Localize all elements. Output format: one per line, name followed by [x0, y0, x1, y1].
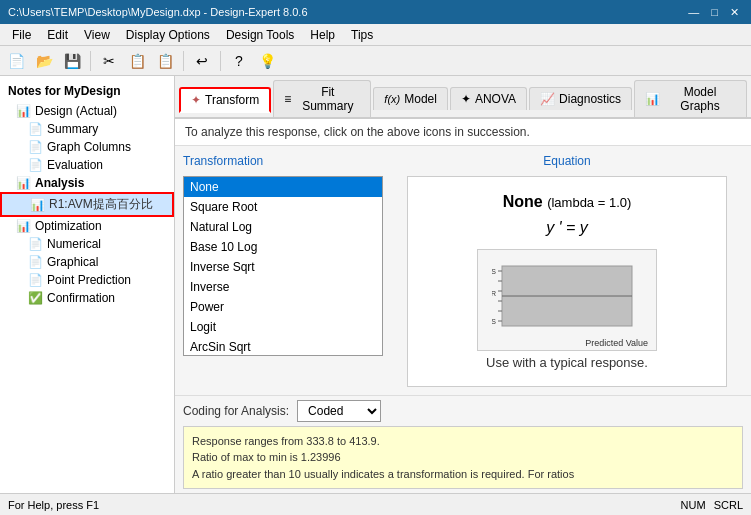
list-item-square-root[interactable]: Square Root	[184, 197, 382, 217]
panels: Transformation None Square Root Natural …	[175, 146, 751, 395]
transform-tab-label: Transform	[205, 93, 259, 107]
info-bar: To analyze this response, click on the a…	[175, 119, 751, 146]
help-button[interactable]: ?	[227, 49, 251, 73]
design-icon: 📊	[16, 104, 31, 118]
diagnostics-icon: 📈	[540, 92, 555, 106]
summary-top-icon: 📄	[28, 122, 43, 136]
evaluation-icon: 📄	[28, 158, 43, 172]
info-line1: Response ranges from 333.8 to 413.9.	[192, 433, 734, 450]
tab-model-graphs[interactable]: 📊 Model Graphs	[634, 80, 747, 117]
sidebar-item-graphical[interactable]: 📄 Graphical	[0, 253, 174, 271]
tab-model[interactable]: f(x) Model	[373, 87, 448, 110]
sidebar-item-design-actual[interactable]: 📊 Design (Actual)	[0, 102, 174, 120]
maximize-button[interactable]: □	[707, 6, 722, 19]
status-left: For Help, press F1	[8, 499, 99, 511]
menu-bar: FileEditViewDisplay OptionsDesign ToolsH…	[0, 24, 751, 46]
list-item-power[interactable]: Power	[184, 297, 382, 317]
menu-item-view[interactable]: View	[76, 26, 118, 44]
transformation-label: Transformation	[183, 154, 383, 168]
sidebar-item-evaluation-label: Evaluation	[47, 158, 103, 172]
point-prediction-icon: 📄	[28, 273, 43, 287]
tab-diagnostics[interactable]: 📈 Diagnostics	[529, 87, 632, 110]
diagnostics-tab-label: Diagnostics	[559, 92, 621, 106]
sidebar-item-r1-avm[interactable]: 📊 R1:AVM提高百分比	[0, 192, 174, 217]
sidebar-item-point-prediction[interactable]: 📄 Point Prediction	[0, 271, 174, 289]
sidebar-item-design-label: Design (Actual)	[35, 104, 117, 118]
anova-icon: ✦	[461, 92, 471, 106]
close-button[interactable]: ✕	[726, 6, 743, 19]
open-button[interactable]: 📂	[32, 49, 56, 73]
transformation-listbox[interactable]: None Square Root Natural Log Base 10 Log…	[183, 176, 383, 356]
typical-text: Use with a typical response.	[486, 355, 648, 370]
paste-button[interactable]: 📋	[153, 49, 177, 73]
undo-button[interactable]: ↩	[190, 49, 214, 73]
menu-item-file[interactable]: File	[4, 26, 39, 44]
info-text: To analyze this response, click on the a…	[185, 125, 530, 139]
menu-item-design-tools[interactable]: Design Tools	[218, 26, 302, 44]
status-right: NUM SCRL	[681, 499, 743, 511]
save-button[interactable]: 💾	[60, 49, 84, 73]
optimization-icon: 📊	[16, 219, 31, 233]
title-text: C:\Users\TEMP\Desktop\MyDesign.dxp - Des…	[8, 6, 308, 18]
list-item-inverse-sqrt[interactable]: Inverse Sqrt	[184, 257, 382, 277]
info-line3: A ratio greater than 10 usually indicate…	[192, 466, 734, 483]
model-graphs-tab-label: Model Graphs	[664, 85, 736, 113]
info-line2: Ratio of max to min is 1.23996	[192, 449, 734, 466]
menu-item-tips[interactable]: Tips	[343, 26, 381, 44]
sidebar-item-evaluation[interactable]: 📄 Evaluation	[0, 156, 174, 174]
menu-item-help[interactable]: Help	[302, 26, 343, 44]
equation-label: Equation	[543, 154, 590, 168]
tab-anova[interactable]: ✦ ANOVA	[450, 87, 527, 110]
numerical-icon: 📄	[28, 237, 43, 251]
chart-xlabel: Predicted Value	[585, 338, 648, 348]
r1-avm-icon: 📊	[30, 198, 45, 212]
model-icon: f(x)	[384, 93, 400, 105]
list-item-logit[interactable]: Logit	[184, 317, 382, 337]
coding-select[interactable]: Coded Actual	[297, 400, 381, 422]
equation-title: None (lambda = 1.0)	[503, 193, 632, 211]
info-box: Response ranges from 333.8 to 413.9. Rat…	[183, 426, 743, 490]
toolbar-separator-3	[220, 51, 221, 71]
svg-text:S: S	[492, 318, 496, 325]
tab-fit-summary[interactable]: ≡ Fit Summary	[273, 80, 371, 117]
menu-item-edit[interactable]: Edit	[39, 26, 76, 44]
toolbar-separator-2	[183, 51, 184, 71]
list-item-base10-log[interactable]: Base 10 Log	[184, 237, 382, 257]
menu-item-display-options[interactable]: Display Options	[118, 26, 218, 44]
model-tab-label: Model	[404, 92, 437, 106]
sidebar-item-optimization-label: Optimization	[35, 219, 102, 233]
list-item-inverse[interactable]: Inverse	[184, 277, 382, 297]
analysis-icon: 📊	[16, 176, 31, 190]
bottom-row: Coding for Analysis: Coded Actual	[175, 395, 751, 426]
status-scrl: SCRL	[714, 499, 743, 511]
sidebar-item-numerical-label: Numerical	[47, 237, 101, 251]
sidebar-item-analysis[interactable]: 📊 Analysis	[0, 174, 174, 192]
sidebar-item-confirmation[interactable]: ✅ Confirmation	[0, 289, 174, 307]
fit-summary-icon: ≡	[284, 92, 291, 106]
tab-bar: ✦ Transform ≡ Fit Summary f(x) Model ✦ A…	[175, 76, 751, 119]
main-layout: Notes for MyDesign 📊 Design (Actual) 📄 S…	[0, 76, 751, 493]
copy-button[interactable]: 📋	[125, 49, 149, 73]
new-file-button[interactable]: 📄	[4, 49, 28, 73]
svg-text:S: S	[492, 268, 496, 275]
sidebar-item-confirmation-label: Confirmation	[47, 291, 115, 305]
sidebar-item-numerical[interactable]: 📄 Numerical	[0, 235, 174, 253]
status-bar: For Help, press F1 NUM SCRL	[0, 493, 751, 515]
sidebar-item-graph-columns[interactable]: 📄 Graph Columns	[0, 138, 174, 156]
sidebar-item-graphical-label: Graphical	[47, 255, 98, 269]
sidebar-item-optimization[interactable]: 📊 Optimization	[0, 217, 174, 235]
tab-transform[interactable]: ✦ Transform	[179, 87, 271, 113]
list-item-arcsin-sqrt[interactable]: ArcSin Sqrt	[184, 337, 382, 356]
anova-tab-label: ANOVA	[475, 92, 516, 106]
minimize-button[interactable]: —	[684, 6, 703, 19]
equation-formula: y ' = y	[546, 219, 588, 237]
tips-button[interactable]: 💡	[255, 49, 279, 73]
graphical-icon: 📄	[28, 255, 43, 269]
transform-tab-icon: ✦	[191, 93, 201, 107]
sidebar: Notes for MyDesign 📊 Design (Actual) 📄 S…	[0, 76, 175, 493]
list-item-natural-log[interactable]: Natural Log	[184, 217, 382, 237]
list-item-none[interactable]: None	[184, 177, 382, 197]
cut-button[interactable]: ✂	[97, 49, 121, 73]
toolbar: 📄 📂 💾 ✂ 📋 📋 ↩ ? 💡	[0, 46, 751, 76]
sidebar-item-summary-top[interactable]: 📄 Summary	[0, 120, 174, 138]
